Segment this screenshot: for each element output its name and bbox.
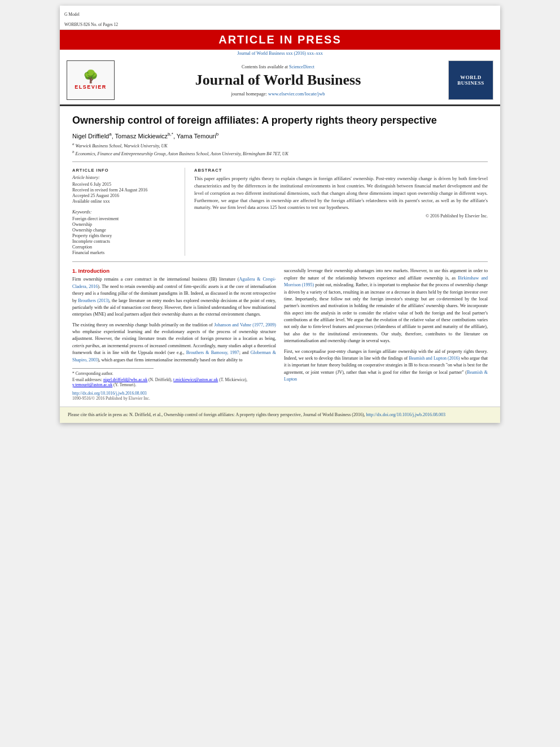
email-footnote: E-mail addresses: nigel.driffield@wbs.ac… xyxy=(72,377,276,387)
article-content: Ownership control of foreign affiliates:… xyxy=(60,106,500,407)
article-info-abstract-section: Article Info Article history: Received 6… xyxy=(72,168,488,256)
authors-line: Nigel Driffielda, Tomasz Mickiewiczb,*, … xyxy=(72,132,488,139)
keywords-section: Keywords: Foreign direct investment Owne… xyxy=(72,209,178,255)
keyword-2: Ownership xyxy=(72,222,178,227)
email1-link[interactable]: nigel.driffield@wbs.ac.uk xyxy=(103,377,147,382)
introduction-heading: 1. Introduction xyxy=(72,268,276,274)
keyword-3: Ownership change xyxy=(72,228,178,233)
abstract-copyright: © 2016 Published by Elsevier Inc. xyxy=(194,213,488,219)
page: G Model WORBUS 826 No. of Pages 12 ARTIC… xyxy=(60,6,500,423)
journal-homepage-line: journal homepage: www.elsevier.com/locat… xyxy=(115,91,441,97)
birkinshaw-link[interactable]: Birkinshaw and Morrison (1995) xyxy=(284,276,488,287)
keywords-heading: Keywords: xyxy=(72,209,178,215)
journal-center: Contents lists available at ScienceDirec… xyxy=(115,64,441,97)
issn-line: 1090-9516/© 2016 Published by Elsevier I… xyxy=(72,396,276,401)
journal-title: Journal of World Business xyxy=(115,72,441,89)
journal-homepage-link[interactable]: www.elsevier.com/locate/jwb xyxy=(268,91,325,97)
brouthers-link[interactable]: Brouthers (2013) xyxy=(78,298,109,303)
contents-available-line: Contents lists available at ScienceDirec… xyxy=(115,64,441,69)
globerman-link[interactable]: Globerman & Shapiro, 2003 xyxy=(72,350,276,362)
elsevier-logo: 🌳 ELSEVIER xyxy=(67,60,115,100)
aguilera-link[interactable]: Aguilera & Crespi-Cladera, 2016 xyxy=(72,277,276,289)
doi-line: http://dx.doi.org/10.1016/j.jwb.2016.08.… xyxy=(72,391,276,396)
abstract-col: Abstract This paper applies property rig… xyxy=(194,168,488,256)
elsevier-brand-text: ELSEVIER xyxy=(75,84,107,90)
journal-header: 🌳 ELSEVIER Contents lists available at S… xyxy=(60,57,500,106)
article-title: Ownership control of foreign affiliates:… xyxy=(72,114,488,127)
right-para-2: First, we conceptualise post-entry chang… xyxy=(284,348,488,383)
article-in-press-bar: ARTICLE IN PRESS xyxy=(60,30,500,50)
article-info-col: Article Info Article history: Received 6… xyxy=(72,168,185,256)
accepted-date: Accepted 25 August 2016 xyxy=(72,193,178,198)
received-date: Received 6 July 2015 xyxy=(72,182,178,187)
intro-para-2: The existing theory on ownership change … xyxy=(72,322,276,364)
affiliation-b: b Economics, Finance and Entrepreneurshi… xyxy=(72,150,488,156)
top-banner: G Model WORBUS 826 No. of Pages 12 xyxy=(60,6,500,30)
g-model-label: G Model WORBUS 826 No. of Pages 12 xyxy=(64,8,118,28)
beamish-lupton-link2[interactable]: Beamish & Lupton xyxy=(284,370,488,382)
divider-2 xyxy=(72,261,488,262)
available-online: Available online xxx xyxy=(72,199,178,204)
journal-number-line: Journal of World Business xxx (2016) xxx… xyxy=(60,50,500,57)
world-business-logo: WORLDBUSINESS xyxy=(448,60,493,100)
citation-bar: Please cite this article in press as: N.… xyxy=(60,407,500,423)
keyword-6: Corruption xyxy=(72,244,178,250)
keyword-4: Property rights theory xyxy=(72,233,178,238)
affiliation-a: a Warwick Business School, Warwick Unive… xyxy=(72,142,488,148)
right-para-1: successfully leverage their ownership ad… xyxy=(284,268,488,344)
johanson-link[interactable]: Johanson and Vahne (1977, 2009) xyxy=(214,322,276,327)
sciencedirect-link[interactable]: ScienceDirect xyxy=(289,64,314,69)
abstract-text: This paper applies property rights theor… xyxy=(194,175,488,211)
abstract-heading: Abstract xyxy=(194,168,488,173)
divider xyxy=(72,161,488,162)
email3-link[interactable]: y.temourit@aston.ac.uk xyxy=(72,382,112,387)
keyword-5: Incomplete contracts xyxy=(72,239,178,244)
intro-para-1: Firm ownership remains a core construct … xyxy=(72,276,276,318)
citation-doi-link[interactable]: http://dx.doi.org/10.1016/j.jwb.2016.08.… xyxy=(366,412,446,417)
body-section: 1. Introduction Firm ownership remains a… xyxy=(72,268,488,401)
elsevier-tree-icon: 🌳 xyxy=(83,71,98,83)
body-right-col: successfully leverage their ownership ad… xyxy=(284,268,488,401)
footnote-divider xyxy=(72,368,154,369)
beamish-lupton-link[interactable]: Beamish and Lupton (2016) xyxy=(409,356,460,361)
keyword-1: Foreign direct investment xyxy=(72,216,178,221)
email2-link[interactable]: t.mickiewicz@aston.ac.uk xyxy=(173,377,218,382)
article-history-label: Article history: xyxy=(72,175,178,180)
revised-date: Received in revised form 24 August 2016 xyxy=(72,187,178,193)
article-info-heading: Article Info xyxy=(72,168,178,173)
keyword-7: Financial markets xyxy=(72,250,178,255)
corresponding-author-note: * Corresponding author. xyxy=(72,371,276,376)
doi-link[interactable]: http://dx.doi.org/10.1016/j.jwb.2016.08.… xyxy=(72,391,147,396)
body-left-col: 1. Introduction Firm ownership remains a… xyxy=(72,268,276,401)
brouthers-bamossy-link[interactable]: Brouthers & Bamossy, 1997 xyxy=(186,350,239,355)
